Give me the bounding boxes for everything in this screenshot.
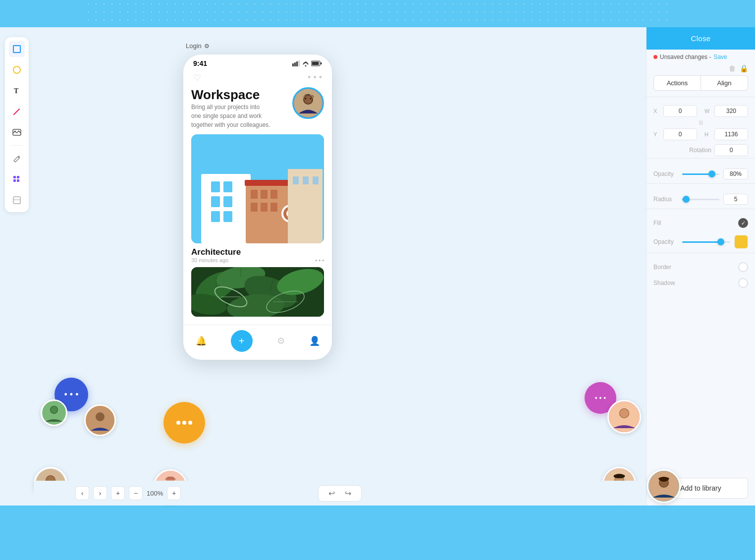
svg-point-66 — [96, 412, 105, 421]
pen-tool[interactable] — [9, 104, 25, 119]
svg-point-62 — [176, 421, 180, 425]
opacity-track[interactable] — [682, 173, 719, 175]
panel-divider-2 — [647, 158, 755, 159]
shadow-label: Shadow — [653, 280, 734, 286]
opacity-label: Opacity — [653, 170, 678, 177]
text-tool[interactable]: T — [9, 83, 25, 99]
fill-color-swatch[interactable] — [734, 235, 748, 249]
radius-label: Radius — [653, 196, 678, 203]
add-nav-button[interactable]: + — [231, 330, 253, 352]
fill-check[interactable]: ✓ — [738, 218, 748, 228]
circle-tool[interactable] — [9, 62, 25, 78]
nav-forward-button[interactable]: › — [93, 486, 107, 500]
radius-input[interactable] — [723, 194, 748, 205]
svg-rect-13 — [294, 62, 296, 66]
x-input[interactable] — [663, 105, 697, 117]
w-input[interactable] — [714, 105, 748, 117]
settings-nav-icon[interactable]: ⚙ — [277, 336, 285, 346]
panel-divider-4 — [647, 209, 755, 209]
more-icon[interactable]: • • • — [308, 72, 322, 83]
h-input[interactable] — [714, 128, 748, 140]
chat-bubble-yellow — [163, 402, 205, 444]
history-controls: ↩ ↪ — [318, 485, 362, 502]
user-thumbnail-left — [41, 399, 67, 426]
mobile-avatar — [292, 87, 324, 119]
mobile-frame: 9:41 ♡ • • • Workspace Bring all your pr… — [183, 55, 332, 360]
w-label: W — [704, 108, 711, 114]
settings-icon[interactable]: ⚙ — [204, 43, 210, 50]
svg-rect-29 — [211, 196, 220, 207]
fill-opacity-label: Opacity — [653, 238, 678, 245]
svg-rect-35 — [261, 190, 268, 199]
actions-align-row: Actions Align — [647, 75, 755, 97]
save-link[interactable]: Save — [713, 54, 727, 60]
zoom-in-button[interactable]: + — [167, 486, 181, 500]
radius-track[interactable] — [682, 199, 719, 200]
zoom-out-button[interactable]: − — [129, 486, 143, 500]
y-label: Y — [653, 131, 660, 137]
rotation-input[interactable] — [714, 144, 748, 156]
svg-rect-0 — [13, 46, 20, 53]
bell-nav-icon[interactable]: 🔔 — [196, 336, 207, 346]
mobile-header: Workspace Bring all your projects into o… — [191, 87, 324, 129]
fill-row: Fill ✓ — [647, 215, 755, 231]
heart-icon[interactable]: ♡ — [193, 72, 201, 83]
fill-opacity-row: Opacity — [647, 231, 755, 253]
unsaved-dot — [653, 55, 657, 59]
mobile-bottom-nav: 🔔 + ⚙ 👤 — [183, 325, 332, 360]
svg-rect-9 — [17, 179, 19, 182]
image-tool[interactable] — [9, 124, 25, 140]
fill-label: Fill — [653, 220, 734, 226]
bottom-toolbar: ‹ › + − 100% + ↩ ↪ — [34, 481, 646, 505]
svg-rect-31 — [211, 211, 220, 222]
profile-nav-icon[interactable]: 👤 — [309, 336, 320, 346]
unsaved-text: Unsaved changes - — [660, 54, 711, 60]
panel-divider-3 — [647, 183, 755, 184]
redo-button[interactable]: ↪ — [342, 489, 354, 498]
person-avatar-6 — [647, 469, 681, 503]
panel-divider-1 — [647, 97, 755, 97]
rectangle-tool[interactable] — [9, 41, 25, 57]
top-decorative-bar — [0, 0, 755, 27]
border-toggle[interactable] — [738, 262, 748, 272]
align-tab[interactable]: Align — [701, 75, 748, 91]
chat-dots-purple: • • • — [595, 394, 606, 402]
fill-opacity-track[interactable] — [682, 241, 730, 243]
card-menu[interactable]: • • • — [315, 257, 324, 263]
svg-rect-12 — [292, 63, 294, 66]
panel-icons-row: 🗑 🔒 — [647, 64, 755, 75]
svg-rect-8 — [13, 179, 16, 182]
svg-rect-40 — [245, 180, 292, 186]
card-info: Architecture 30 minutes ago • • • — [191, 247, 324, 263]
actions-tab[interactable]: Actions — [653, 75, 701, 91]
status-icons — [292, 60, 322, 66]
add-frame-button[interactable]: + — [111, 486, 125, 500]
toolbar-panel: T — [5, 37, 29, 212]
canvas-login-label: Login ⚙ — [186, 42, 210, 50]
shadow-toggle[interactable] — [738, 278, 748, 288]
lock-icon[interactable]: 🔒 — [740, 64, 748, 72]
component-tool[interactable] — [9, 192, 25, 208]
card-title: Architecture — [191, 247, 324, 257]
yh-row: Y H — [647, 126, 755, 142]
bottom-decorative-bar — [0, 505, 755, 560]
opacity-input[interactable] — [723, 168, 748, 179]
card-meta: 30 minutes ago • • • — [191, 257, 324, 263]
grid-tool[interactable] — [9, 171, 25, 187]
canvas-area[interactable] — [34, 27, 646, 505]
y-input[interactable] — [663, 128, 697, 140]
trash-icon[interactable]: 🗑 — [729, 64, 736, 72]
svg-rect-30 — [223, 196, 232, 207]
unsaved-row: Unsaved changes - Save — [647, 50, 755, 64]
svg-rect-34 — [251, 190, 258, 199]
zoom-value: 100% — [147, 490, 163, 497]
pencil-tool[interactable] — [9, 151, 25, 167]
xw-row: X W — [647, 103, 755, 119]
nav-back-button[interactable]: ‹ — [75, 486, 89, 500]
svg-point-77 — [620, 409, 629, 418]
svg-rect-10 — [13, 197, 20, 204]
zoom-controls: ‹ › + − 100% + — [75, 486, 181, 500]
svg-rect-19 — [321, 62, 322, 64]
close-button[interactable]: Close — [647, 27, 755, 50]
undo-button[interactable]: ↩ — [325, 489, 338, 498]
